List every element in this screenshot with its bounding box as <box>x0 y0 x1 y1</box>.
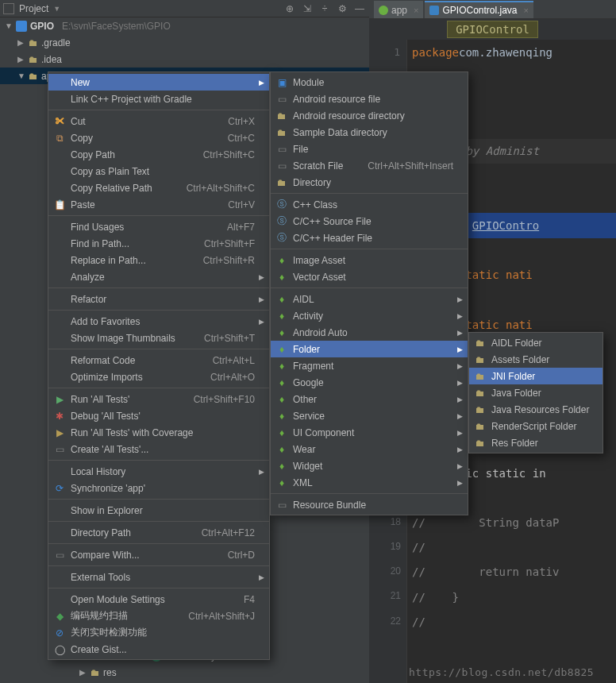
ctx-add-to-favorites[interactable]: Add to Favorites▶ <box>48 313 269 330</box>
new-c-class[interactable]: ⓢC++ Class <box>271 196 468 213</box>
menu-item-label: Link C++ Project with Gradle <box>71 94 192 105</box>
menu-separator <box>271 493 468 494</box>
new-android-auto[interactable]: ♦Android Auto▶ <box>271 324 468 341</box>
folder-icon: 🖿 <box>90 667 100 678</box>
ctx-find-in-path[interactable]: Find in Path...Ctrl+Shift+F <box>48 235 269 252</box>
new-vector-asset[interactable]: ♦Vector Asset <box>271 268 468 285</box>
ctx-show-in-explorer[interactable]: Show in Explorer <box>48 502 269 519</box>
ctx-refactor[interactable]: Refactor▶ <box>48 291 269 307</box>
ctx-[interactable]: ⊘关闭实时检测功能 <box>48 624 269 641</box>
new-module[interactable]: ▣Module <box>271 74 468 91</box>
tree-node-gradle[interactable]: ▶🖿 .gradle <box>0 34 369 51</box>
ctx-cut[interactable]: ✀CutCtrl+X <box>48 113 269 129</box>
submenu-folder: 🖿AIDL Folder🖿Assets Folder🖿JNI Folder🖿Ja… <box>468 332 603 453</box>
tab-gpiocontrol[interactable]: GPIOControl.java × <box>425 1 533 18</box>
menu-item-label: Paste <box>71 199 95 210</box>
new-service[interactable]: ♦Service▶ <box>271 407 468 424</box>
ctx-create-gist[interactable]: ◯Create Gist... <box>48 641 269 658</box>
project-toolwindow-header: Project ▼ ⊕ ⇲ ÷ ⚙ — <box>0 0 369 17</box>
new-scratch-file[interactable]: ▭Scratch FileCtrl+Alt+Shift+Insert <box>271 157 468 174</box>
menu-item-label: File <box>293 144 308 155</box>
new-other[interactable]: ♦Other▶ <box>271 391 468 407</box>
ali-icon: ◆ <box>53 610 66 623</box>
new-file[interactable]: ▭File <box>271 141 468 157</box>
collapse-icon[interactable]: ⊕ <box>283 3 296 14</box>
menu-item-label: Fragment <box>293 361 333 372</box>
ctx-copy-as-plain-text[interactable]: Copy as Plain Text <box>48 163 269 179</box>
ctx-synchronize-app[interactable]: ⟳Synchronize 'app' <box>48 480 269 496</box>
ctx-analyze[interactable]: Analyze▶ <box>48 268 269 285</box>
new-fragment[interactable]: ♦Fragment▶ <box>271 357 468 374</box>
new-c-c-source-file[interactable]: ⓢC/C++ Source File <box>271 213 468 230</box>
new-xml[interactable]: ♦XML▶ <box>271 474 468 491</box>
menu-item-label: Vector Asset <box>293 272 346 283</box>
menu-separator <box>48 521 269 522</box>
new-ui-component[interactable]: ♦UI Component▶ <box>271 424 468 441</box>
ctx-find-usages[interactable]: Find UsagesAlt+F7 <box>48 218 269 235</box>
folder-icon: 🖿 <box>29 37 38 48</box>
menu-item-label: Cut <box>71 116 86 127</box>
gear-icon[interactable]: ⚙ <box>336 3 348 14</box>
ctx-directory-path[interactable]: Directory PathCtrl+Alt+F12 <box>48 524 269 541</box>
ctx-optimize-imports[interactable]: Optimize ImportsCtrl+Alt+O <box>48 369 269 385</box>
menu-item-shortcut: Ctrl+C <box>209 133 255 144</box>
git-icon: ◯ <box>53 643 66 656</box>
tree-root[interactable]: ▼ GPIO E:\svn\FaceSystem\GPIO <box>0 17 369 34</box>
tree-node-res[interactable]: ▶🖿 res <box>0 664 369 681</box>
chevron-right-icon: ▶ <box>259 273 264 281</box>
new-image-asset[interactable]: ♦Image Asset <box>271 252 468 268</box>
folder-java-folder[interactable]: 🖿Java Folder <box>469 384 603 401</box>
ctx-external-tools[interactable]: External Tools▶ <box>48 569 269 585</box>
new-directory[interactable]: 🖿Directory <box>271 174 468 191</box>
ctx-local-history[interactable]: Local History▶ <box>48 463 269 480</box>
tree-node-idea[interactable]: ▶🖿 .idea <box>0 51 369 68</box>
new-wear[interactable]: ♦Wear▶ <box>271 441 468 457</box>
close-icon[interactable]: × <box>414 6 418 15</box>
new-folder[interactable]: ♦Folder▶ <box>271 341 468 357</box>
ctx-reformat-code[interactable]: Reformat CodeCtrl+Alt+L <box>48 352 269 369</box>
folder-java-resources-folder[interactable]: 🖿Java Resources Folder <box>469 401 603 418</box>
divide-icon[interactable]: ÷ <box>318 3 331 14</box>
ctx-[interactable]: ◆编码规约扫描Ctrl+Alt+Shift+J <box>48 608 269 624</box>
new-aidl[interactable]: ♦AIDL▶ <box>271 291 468 307</box>
class-breadcrumb[interactable]: GPIOControl <box>447 21 538 38</box>
ctx-run-all-tests[interactable]: ▶Run 'All Tests'Ctrl+Shift+F10 <box>48 391 269 407</box>
folder-jni-folder[interactable]: 🖿JNI Folder <box>469 368 603 384</box>
menu-item-label: Run 'All Tests' <box>71 394 129 405</box>
menu-item-shortcut: Ctrl+D <box>209 550 255 561</box>
ctx-run-all-tests-with-coverage[interactable]: ▶Run 'All Tests' with Coverage <box>48 424 269 441</box>
ctx-compare-with[interactable]: ▭Compare With...Ctrl+D <box>48 546 269 563</box>
menu-item-shortcut: Ctrl+Shift+C <box>184 149 255 160</box>
new-resource-bundle[interactable]: ▭Resource Bundle <box>271 496 468 513</box>
debug-icon: ✱ <box>53 410 66 423</box>
new-sample-data-directory[interactable]: 🖿Sample Data directory <box>271 124 468 141</box>
ctx-show-image-thumbnails[interactable]: Show Image ThumbnailsCtrl+Shift+T <box>48 330 269 346</box>
ctx-copy-path[interactable]: Copy PathCtrl+Shift+C <box>48 146 269 163</box>
folder-renderscript-folder[interactable]: 🖿RenderScript Folder <box>469 418 603 434</box>
ctx-new[interactable]: New▶ <box>48 74 269 91</box>
folder-assets-folder[interactable]: 🖿Assets Folder <box>469 351 603 368</box>
target-icon[interactable]: ⇲ <box>301 3 314 14</box>
new-android-resource-directory[interactable]: 🖿Android resource directory <box>271 107 468 124</box>
ctx-create-all-tests[interactable]: ▭Create 'All Tests'... <box>48 441 269 457</box>
folder-aidl-folder[interactable]: 🖿AIDL Folder <box>469 334 603 351</box>
new-c-c-header-file[interactable]: ⓢC/C++ Header File <box>271 230 468 246</box>
menu-separator <box>271 249 468 249</box>
f-icon: ▭ <box>275 499 288 511</box>
ctx-link-c-project-with-gradle[interactable]: Link C++ Project with Gradle <box>48 91 269 107</box>
hide-icon[interactable]: — <box>353 3 366 14</box>
ctx-debug-all-tests[interactable]: ✱Debug 'All Tests' <box>48 407 269 424</box>
menu-separator <box>48 460 269 461</box>
new-android-resource-file[interactable]: ▭Android resource file <box>271 91 468 107</box>
ctx-copy[interactable]: ⧉CopyCtrl+C <box>48 129 269 146</box>
folder-res-folder[interactable]: 🖿Res Folder <box>469 434 603 451</box>
ctx-copy-relative-path[interactable]: Copy Relative PathCtrl+Alt+Shift+C <box>48 179 269 196</box>
new-google[interactable]: ♦Google▶ <box>271 374 468 391</box>
new-activity[interactable]: ♦Activity▶ <box>271 307 468 324</box>
ctx-replace-in-path[interactable]: Replace in Path...Ctrl+Shift+R <box>48 252 269 268</box>
ctx-open-module-settings[interactable]: Open Module SettingsF4 <box>48 591 269 608</box>
ctx-paste[interactable]: 📋PasteCtrl+V <box>48 196 269 213</box>
new-widget[interactable]: ♦Widget▶ <box>271 457 468 474</box>
tab-app[interactable]: app × <box>374 1 423 18</box>
close-icon[interactable]: × <box>524 6 529 15</box>
